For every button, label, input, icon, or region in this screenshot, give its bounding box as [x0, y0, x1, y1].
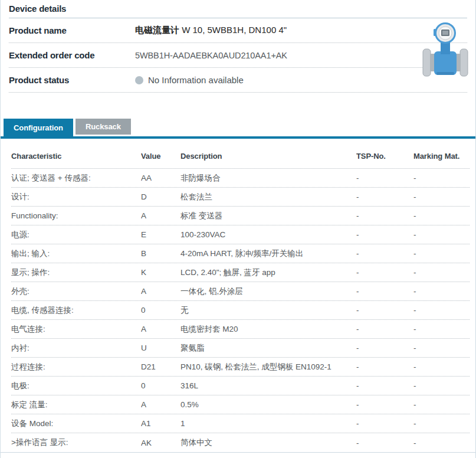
table-row: 电气连接: A 电缆密封套 M20 - -: [11, 320, 470, 339]
status-dot-icon: [135, 76, 143, 84]
col-header-description: Description: [180, 152, 356, 161]
cell-value: U: [141, 344, 180, 352]
cell-value: D: [141, 192, 180, 201]
cell-tsp-no: -: [356, 230, 413, 239]
cell-marking-mat: -: [413, 439, 470, 447]
tab-rucksack[interactable]: Rucksack: [75, 119, 131, 135]
cell-marking-mat: -: [413, 268, 470, 277]
cell-value: 0: [141, 381, 180, 390]
cell-description: 非防爆场合: [180, 173, 356, 184]
flange-right: [460, 49, 468, 76]
cell-characteristic: 过程连接:: [11, 362, 141, 372]
flange-left: [423, 49, 431, 76]
cell-marking-mat: -: [413, 211, 470, 220]
cell-tsp-no: -: [356, 419, 413, 428]
cell-marking-mat: -: [413, 174, 470, 182]
cell-characteristic: >操作语言 显示:: [11, 437, 141, 448]
table-row: 标定 流量: A 0.5% - -: [11, 395, 470, 414]
cell-characteristic: 内衬:: [11, 343, 141, 354]
device-details-section: Device details Product name 电磁流量计 W 10, …: [1, 0, 475, 93]
cell-marking-mat: -: [413, 306, 470, 315]
tab-configuration[interactable]: Configuration: [4, 119, 73, 136]
order-code-value: 5WBB1H-AADAEBKA0AUD210AA1+AK: [135, 51, 287, 60]
cell-marking-mat: -: [413, 400, 470, 409]
cell-value: K: [141, 268, 180, 277]
table-row: Functionality: A 标准 变送器 - -: [11, 207, 470, 225]
cell-tsp-no: -: [356, 287, 413, 296]
col-header-value: Value: [141, 152, 180, 161]
flowmeter-product-image: [422, 21, 468, 80]
cell-tsp-no: -: [356, 306, 413, 315]
cell-characteristic: 设计:: [11, 192, 141, 202]
cell-value: A: [141, 400, 180, 409]
cell-characteristic: 电源:: [11, 230, 141, 240]
cell-tsp-no: -: [356, 211, 413, 220]
cell-value: A: [141, 287, 180, 296]
col-header-characteristic: Characteristic: [11, 152, 141, 161]
cell-tsp-no: -: [356, 192, 413, 201]
table-row: 电源: E 100-230VAC - -: [11, 225, 470, 244]
cell-value: A: [141, 325, 180, 333]
table-row: 电缆, 传感器连接: 0 无 - -: [11, 301, 470, 320]
cell-description: 100-230VAC: [180, 230, 356, 239]
cell-tsp-no: -: [356, 325, 413, 333]
product-name-label: Product name: [9, 25, 135, 35]
product-status-label: Product status: [9, 75, 135, 85]
cell-description: 电缆密封套 M20: [180, 324, 356, 335]
cell-tsp-no: -: [356, 268, 413, 277]
product-status-value: No Information available: [135, 75, 244, 85]
table-row: 内衬: U 聚氨脂 - -: [11, 339, 470, 358]
cell-value: 0: [141, 306, 180, 315]
cell-value: D21: [141, 362, 180, 371]
cell-characteristic: 外壳:: [11, 286, 141, 297]
table-header-row: Characteristic Value Description TSP-No.…: [11, 139, 470, 169]
configuration-table: Characteristic Value Description TSP-No.…: [1, 139, 475, 453]
cell-marking-mat: -: [413, 362, 470, 371]
cell-description: 标准 变送器: [180, 211, 356, 221]
sensor-body: [434, 51, 457, 75]
cell-description: 4-20mA HART, 脉冲/频率/开关输出: [180, 248, 356, 259]
cell-tsp-no: -: [356, 400, 413, 409]
table-row: >操作语言 显示: AK 简体中文 - -: [11, 433, 470, 452]
cell-marking-mat: -: [413, 325, 470, 333]
cell-description: 无: [180, 305, 356, 316]
cell-tsp-no: -: [356, 439, 413, 447]
product-name-row: Product name 电磁流量计 W 10, 5WBB1H, DN100 4…: [9, 18, 467, 43]
cell-description: LCD, 2.40"; 触屏, 蓝牙 app: [180, 267, 356, 278]
cell-marking-mat: -: [413, 419, 470, 428]
col-header-marking-mat: Marking Mat.: [413, 152, 470, 161]
cell-characteristic: 设备 Model:: [11, 418, 141, 429]
order-code-label: Extended order code: [9, 50, 135, 60]
cell-marking-mat: -: [413, 230, 470, 239]
cell-marking-mat: -: [413, 192, 470, 201]
cell-value: A1: [141, 419, 180, 428]
cell-characteristic: 显示; 操作:: [11, 267, 141, 278]
cell-value: B: [141, 249, 180, 258]
table-row: 过程连接: D21 PN10, 碳钢, 松套法兰, 成型钢板 EN1092-1 …: [11, 358, 470, 377]
cell-characteristic: 电极:: [11, 381, 141, 391]
cell-marking-mat: -: [413, 249, 470, 258]
cell-description: 1: [180, 419, 356, 428]
device-details-page: Device details Product name 电磁流量计 W 10, …: [0, 0, 476, 458]
cell-tsp-no: -: [356, 381, 413, 390]
table-row: 输出; 输入: B 4-20mA HART, 脉冲/频率/开关输出 - -: [11, 244, 470, 263]
product-name-value: 电磁流量计 W 10, 5WBB1H, DN100 4": [135, 25, 287, 36]
cell-description: PN10, 碳钢, 松套法兰, 成型钢板 EN1092-1: [180, 362, 356, 372]
cell-marking-mat: -: [413, 381, 470, 390]
cell-description: 聚氨脂: [180, 343, 356, 354]
cell-description: 316L: [180, 381, 356, 390]
product-status-text: No Information available: [148, 75, 244, 85]
table-row: 电极: 0 316L - -: [11, 377, 470, 395]
cell-value: AK: [141, 439, 180, 447]
cell-value: E: [141, 230, 180, 239]
cell-value: AA: [141, 174, 180, 182]
table-row: 认证; 变送器 + 传感器: AA 非防爆场合 - -: [11, 169, 470, 188]
table-row: 设计: D 松套法兰 - -: [11, 188, 470, 207]
cell-description: 简体中文: [180, 437, 356, 448]
product-name-chinese: 电磁流量计: [135, 25, 179, 35]
cell-tsp-no: -: [356, 174, 413, 182]
order-code-row: Extended order code 5WBB1H-AADAEBKA0AUD2…: [9, 43, 467, 68]
product-name-suffix: W 10, 5WBB1H, DN100 4": [179, 25, 287, 35]
table-row: 设备 Model: A1 1 - -: [11, 414, 470, 433]
cell-tsp-no: -: [356, 249, 413, 258]
